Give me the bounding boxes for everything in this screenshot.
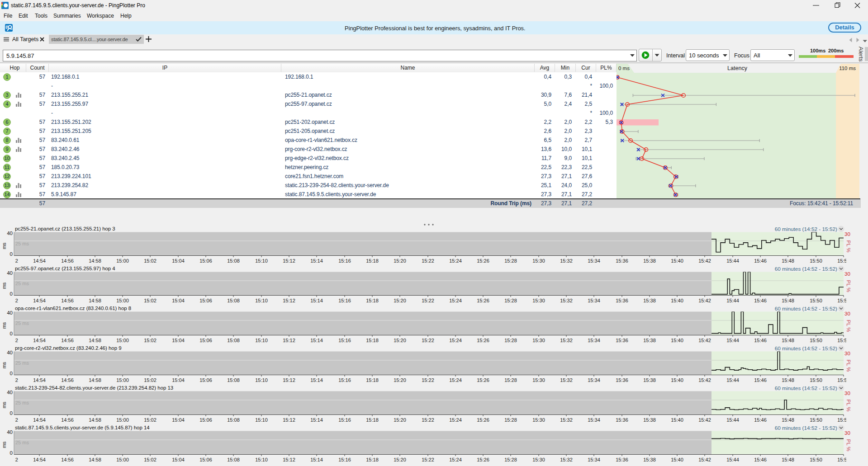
svg-text:25 ms: 25 ms xyxy=(15,400,29,405)
svg-text:30: 30 xyxy=(844,391,850,396)
svg-text:15:42: 15:42 xyxy=(698,417,711,423)
svg-text:15:38: 15:38 xyxy=(643,417,656,423)
svg-text:15:06: 15:06 xyxy=(199,377,212,383)
svg-text:15:22: 15:22 xyxy=(422,377,434,383)
svg-text:1: 1 xyxy=(5,74,8,80)
svg-text:15:22: 15:22 xyxy=(422,457,434,462)
svg-text:8: 8 xyxy=(5,137,8,143)
svg-text:15:00: 15:00 xyxy=(116,298,129,303)
svg-text:15:40: 15:40 xyxy=(671,457,683,462)
svg-text:15:12: 15:12 xyxy=(283,377,295,383)
svg-text:14:54: 14:54 xyxy=(33,258,46,264)
svg-text:15:46: 15:46 xyxy=(754,457,767,462)
svg-text:25 ms: 25 ms xyxy=(15,440,29,445)
svg-text:15:10: 15:10 xyxy=(255,417,268,423)
svg-text:15:30: 15:30 xyxy=(532,338,545,343)
svg-text:15:08: 15:08 xyxy=(227,457,240,462)
svg-text:15:20: 15:20 xyxy=(394,457,406,462)
svg-text:15:24: 15:24 xyxy=(449,258,462,264)
svg-text:15:02: 15:02 xyxy=(144,377,157,383)
svg-text:15:18: 15:18 xyxy=(366,258,379,264)
svg-text:14:56: 14:56 xyxy=(61,417,74,423)
svg-text:14:56: 14:56 xyxy=(61,258,74,264)
svg-text:15:48: 15:48 xyxy=(782,417,794,423)
svg-text:PL %: PL % xyxy=(846,320,851,332)
svg-text:14:58: 14:58 xyxy=(89,258,101,264)
svg-text:PL %: PL % xyxy=(846,240,851,252)
svg-text:opa-core-r1-vlan621.netbox.cz: opa-core-r1-vlan621.netbox.cz (83.240.0.… xyxy=(15,306,131,311)
svg-text:40: 40 xyxy=(7,310,13,315)
svg-text:15:44: 15:44 xyxy=(726,258,739,264)
svg-text:15:28: 15:28 xyxy=(504,338,517,343)
svg-text:15:32: 15:32 xyxy=(560,417,573,423)
svg-text:15:32: 15:32 xyxy=(560,338,573,343)
svg-text:15:02: 15:02 xyxy=(144,258,157,264)
svg-text:15:18: 15:18 xyxy=(366,457,379,462)
svg-text:14:54: 14:54 xyxy=(33,417,46,423)
svg-text:0: 0 xyxy=(10,410,13,416)
svg-text:15:50: 15:50 xyxy=(810,417,822,423)
svg-text:15:38: 15:38 xyxy=(643,457,656,462)
svg-text:60 minutes (14:52 - 15:52): 60 minutes (14:52 - 15:52) xyxy=(775,306,837,312)
svg-text:15:20: 15:20 xyxy=(394,338,406,343)
svg-text:30: 30 xyxy=(844,271,850,277)
svg-text:15:26: 15:26 xyxy=(477,377,489,383)
svg-text:14:56: 14:56 xyxy=(61,298,74,303)
svg-text:15:04: 15:04 xyxy=(172,457,185,462)
svg-text:14:58: 14:58 xyxy=(89,377,101,383)
svg-text:15:06: 15:06 xyxy=(199,338,212,343)
svg-text:15:16: 15:16 xyxy=(338,457,351,462)
svg-text:30: 30 xyxy=(844,231,850,237)
svg-text:15:02: 15:02 xyxy=(144,417,157,423)
svg-text:25 ms: 25 ms xyxy=(15,320,29,326)
svg-text:14:52: 14:52 xyxy=(5,377,18,383)
svg-text:15:30: 15:30 xyxy=(532,258,545,264)
svg-text:40: 40 xyxy=(7,270,13,276)
svg-text:15:48: 15:48 xyxy=(782,377,794,383)
svg-text:15:18: 15:18 xyxy=(366,417,379,423)
svg-text:15:16: 15:16 xyxy=(338,377,351,383)
svg-text:15:12: 15:12 xyxy=(283,417,295,423)
svg-text:15:50: 15:50 xyxy=(810,298,822,303)
svg-text:15:26: 15:26 xyxy=(477,298,489,303)
svg-text:15:16: 15:16 xyxy=(338,258,351,264)
svg-text:15:08: 15:08 xyxy=(227,258,240,264)
svg-text:15:40: 15:40 xyxy=(671,338,683,343)
svg-text:15:28: 15:28 xyxy=(504,298,517,303)
svg-text:15:34: 15:34 xyxy=(588,457,600,462)
svg-text:15:36: 15:36 xyxy=(616,457,628,462)
svg-text:14: 14 xyxy=(4,192,9,197)
svg-text:15:42: 15:42 xyxy=(698,457,711,462)
svg-text:0 ms: 0 ms xyxy=(618,66,630,71)
svg-text:15:04: 15:04 xyxy=(172,417,185,423)
svg-text:15:14: 15:14 xyxy=(310,457,323,462)
svg-text:15:04: 15:04 xyxy=(172,377,185,383)
svg-text:15:14: 15:14 xyxy=(310,338,323,343)
svg-text:14:56: 14:56 xyxy=(61,377,74,383)
svg-text:15:18: 15:18 xyxy=(366,338,379,343)
svg-text:15:28: 15:28 xyxy=(504,457,517,462)
svg-text:10: 10 xyxy=(4,155,9,161)
svg-text:15:14: 15:14 xyxy=(310,417,323,423)
svg-text:3: 3 xyxy=(5,92,8,98)
svg-text:15:08: 15:08 xyxy=(227,377,240,383)
svg-text:15:06: 15:06 xyxy=(199,258,212,264)
svg-text:14:58: 14:58 xyxy=(89,298,101,303)
svg-text:15:50: 15:50 xyxy=(810,377,822,383)
svg-text:15:44: 15:44 xyxy=(726,457,739,462)
svg-text:15:46: 15:46 xyxy=(754,298,767,303)
svg-text:15:52: 15:52 xyxy=(837,377,850,383)
svg-text:15:10: 15:10 xyxy=(255,457,268,462)
svg-text:0: 0 xyxy=(10,450,13,456)
svg-text:pc255-97.opanet.cz (213.155.25: pc255-97.opanet.cz (213.155.255.97) hop … xyxy=(15,266,115,271)
svg-text:15:46: 15:46 xyxy=(754,377,767,383)
svg-text:15:48: 15:48 xyxy=(782,457,794,462)
svg-text:15:06: 15:06 xyxy=(199,457,212,462)
svg-text:4: 4 xyxy=(5,101,8,107)
svg-text:15:46: 15:46 xyxy=(754,338,767,343)
svg-text:15:28: 15:28 xyxy=(504,258,517,264)
svg-text:static.213-239-254-82.clients.: static.213-239-254-82.clients.your-serve… xyxy=(15,385,173,391)
svg-text:static.87.145.9.5.clients.your: static.87.145.9.5.clients.your-server.de… xyxy=(15,425,150,430)
svg-text:15:50: 15:50 xyxy=(810,457,822,462)
svg-text:14:52: 14:52 xyxy=(5,298,18,303)
